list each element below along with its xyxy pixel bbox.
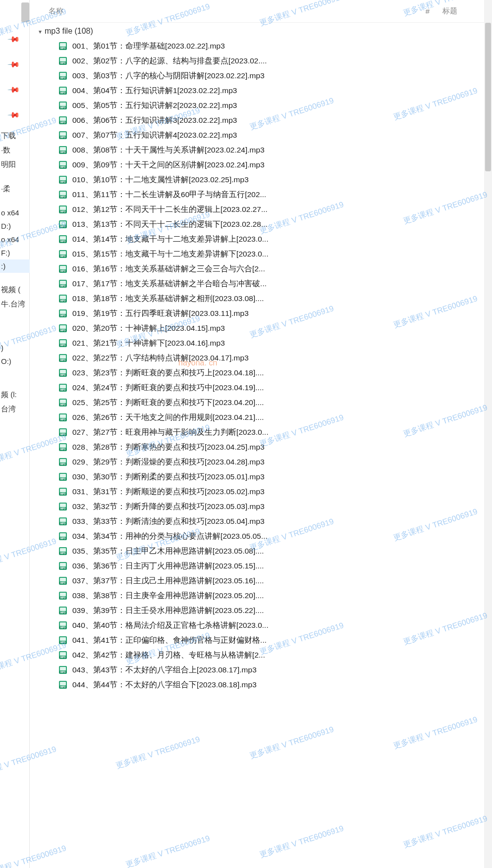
file-row[interactable]: MP3005、第05节：五行知识讲解2[2023.02.22].mp3 bbox=[30, 98, 492, 113]
file-row[interactable]: MP3041、第41节：正印偏印格、食神伤官格与正财偏财格... bbox=[30, 633, 492, 648]
col-title[interactable]: 标题 bbox=[442, 6, 482, 16]
svg-rect-113 bbox=[60, 459, 66, 462]
col-hash[interactable]: # bbox=[413, 7, 442, 15]
file-row[interactable]: MP3027、第27节：旺衰用神与藏干影响及生力判断[2023.0... bbox=[30, 425, 492, 440]
mp3-file-icon: MP3 bbox=[58, 264, 67, 273]
file-row[interactable]: MP3007、第07节：五行知识讲解4[2023.02.22].mp3 bbox=[30, 128, 492, 143]
svg-rect-145 bbox=[60, 578, 66, 581]
mp3-file-icon: MP3 bbox=[58, 651, 67, 660]
file-row[interactable]: MP3034、第34节：用神的分类与核心要点讲解[2023.05.05... bbox=[30, 529, 492, 544]
svg-text:MP3: MP3 bbox=[60, 641, 66, 644]
svg-rect-157 bbox=[60, 622, 66, 626]
mp3-file-icon: MP3 bbox=[58, 160, 67, 169]
svg-text:MP3: MP3 bbox=[60, 136, 66, 139]
file-row[interactable]: MP3030、第30节：判断刚柔的要点和技巧[2023.05.01].mp3 bbox=[30, 469, 492, 484]
svg-text:MP3: MP3 bbox=[60, 537, 66, 540]
file-row[interactable]: MP3002、第02节：八字的起源、结构与排盘要点[2023.02.... bbox=[30, 53, 492, 68]
svg-text:MP3: MP3 bbox=[60, 121, 66, 124]
file-row[interactable]: MP3036、第36节：日主丙丁火用神思路讲解[2023.05.15].... bbox=[30, 559, 492, 573]
sidebar-item[interactable]: D:) bbox=[0, 219, 30, 233]
sidebar-item[interactable]: ·柔 bbox=[0, 182, 30, 196]
file-name: 027、第27节：旺衰用神与藏干影响及生力判断[2023.0... bbox=[72, 427, 269, 438]
file-row[interactable]: MP3012、第12节：不同天干十二长生的逻辑上[2023.02.27... bbox=[30, 202, 492, 217]
file-row[interactable]: MP3003、第03节：八字的核心与阴阳讲解[2023.02.22].mp3 bbox=[30, 68, 492, 83]
file-name: 011、第11节：十二长生讲解及60甲子与纳音五行[202... bbox=[72, 190, 266, 200]
file-row[interactable]: MP3009、第09节：十天干之间的区别讲解[2023.02.24].mp3 bbox=[30, 157, 492, 172]
file-row[interactable]: MP3038、第38节：日主庚辛金用神思路讲解[2023.05.20].... bbox=[30, 588, 492, 603]
file-row[interactable]: MP3008、第08节：十天干属性与关系讲解[2023.02.24].mp3 bbox=[30, 143, 492, 157]
sidebar-item[interactable]: o x64 bbox=[0, 206, 30, 219]
vertical-scrollbar[interactable] bbox=[484, 0, 492, 868]
file-row[interactable]: MP3023、第23节：判断旺衰的要点和技巧上[2023.04.18].... bbox=[30, 365, 492, 380]
svg-text:MP3: MP3 bbox=[60, 418, 66, 421]
svg-rect-33 bbox=[60, 162, 66, 165]
file-row[interactable]: MP3016、第16节：地支关系基础讲解之三会三合与六合[2... bbox=[30, 261, 492, 276]
chevron-down-icon[interactable]: ▾ bbox=[39, 28, 42, 35]
file-row[interactable]: MP3044、第44节：不太好的八字组合下[2023.08.18].mp3 bbox=[30, 677, 492, 692]
file-row[interactable]: MP3037、第37节：日主戊己土用神思路讲解[2023.05.16].... bbox=[30, 573, 492, 588]
file-row[interactable]: MP3021、第21节：十神讲解下[2023.04.16].mp3 bbox=[30, 336, 492, 351]
sidebar-item[interactable]: ) bbox=[0, 341, 30, 355]
svg-text:MP3: MP3 bbox=[60, 656, 66, 659]
file-row[interactable]: MP3022、第22节：八字结构特点讲解[2023.04.17].mp3 bbox=[30, 351, 492, 365]
mp3-file-icon: MP3 bbox=[58, 190, 67, 199]
file-row[interactable]: MP3043、第43节：不太好的八字组合上[2023.08.17].mp3 bbox=[30, 663, 492, 677]
file-row[interactable]: MP3028、第28节：判断寒热的要点和技巧[2023.04.25].mp3 bbox=[30, 440, 492, 455]
file-row[interactable]: MP3039、第39节：日主壬癸水用神思路讲解[2023.05.22].... bbox=[30, 603, 492, 618]
folder-row[interactable]: ▾ mp3 file (108) bbox=[30, 25, 492, 39]
file-row[interactable]: MP3017、第17节：地支关系基础讲解之半合暗合与冲害破... bbox=[30, 276, 492, 291]
scrollbar-thumb[interactable] bbox=[485, 23, 491, 171]
file-row[interactable]: MP3020、第20节：十神讲解上[2023.04.15].mp3 bbox=[30, 321, 492, 336]
file-row[interactable]: MP3032、第32节：判断升降的要点和技巧[2023.05.03].mp3 bbox=[30, 499, 492, 514]
svg-text:MP3: MP3 bbox=[60, 299, 66, 302]
sidebar-item[interactable]: 牛.台湾 bbox=[0, 297, 30, 311]
file-row[interactable]: MP3018、第18节：地支关系基础讲解之相刑[2023.03.08].... bbox=[30, 291, 492, 306]
col-name[interactable]: 名称 bbox=[49, 6, 413, 16]
svg-rect-85 bbox=[60, 355, 66, 358]
sidebar-item[interactable]: 视频 ( bbox=[0, 283, 30, 297]
file-row[interactable]: MP3024、第24节：判断旺衰的要点和技巧中[2023.04.19].... bbox=[30, 380, 492, 395]
file-row[interactable]: MP3014、第14节：地支藏干与十二地支差异讲解上[2023.0... bbox=[30, 232, 492, 247]
file-row[interactable]: MP3019、第19节：五行四季旺衰讲解[2023.03.11].mp3 bbox=[30, 306, 492, 321]
file-row[interactable]: MP3015、第15节：地支藏干与十二地支差异讲解下[2023.0... bbox=[30, 247, 492, 261]
sidebar-item[interactable]: O:) bbox=[0, 355, 30, 368]
sidebar-item[interactable]: o x64 bbox=[0, 233, 30, 246]
file-row[interactable]: MP3033、第33节：判断清浊的要点和技巧[2023.05.04].mp3 bbox=[30, 514, 492, 529]
svg-text:MP3: MP3 bbox=[60, 611, 66, 614]
sidebar-item[interactable]: ·数 bbox=[0, 143, 30, 157]
svg-text:MP3: MP3 bbox=[60, 581, 66, 584]
sidebar-item[interactable]: 明阳 bbox=[0, 157, 30, 172]
file-row[interactable]: MP3010、第10节：十二地支属性讲解[2023.02.25].mp3 bbox=[30, 172, 492, 187]
file-row[interactable]: MP3029、第29节：判断湿燥的要点和技巧[2023.04.28].mp3 bbox=[30, 455, 492, 469]
sidebar-item[interactable]: 频 (l: bbox=[0, 388, 30, 402]
sidebar-item[interactable]: F:) bbox=[0, 246, 30, 259]
file-row[interactable]: MP3011、第11节：十二长生讲解及60甲子与纳音五行[202... bbox=[30, 187, 492, 202]
mp3-file-icon: MP3 bbox=[58, 324, 67, 333]
sidebar-item[interactable]: 下载 bbox=[0, 129, 30, 143]
sidebar-item[interactable]: 台湾 bbox=[0, 402, 30, 416]
file-row[interactable]: MP3004、第04节：五行知识讲解1[2023.02.22].mp3 bbox=[30, 83, 492, 98]
svg-rect-149 bbox=[60, 593, 66, 596]
file-name: 031、第31节：判断顺逆的要点和技巧[2023.05.02].mp3 bbox=[72, 487, 265, 497]
svg-text:MP3: MP3 bbox=[60, 596, 66, 599]
file-row[interactable]: MP3026、第26节：天干地支之间的作用规则[2023.04.21].... bbox=[30, 410, 492, 425]
svg-rect-13 bbox=[60, 88, 66, 91]
sidebar-item[interactable]: :) bbox=[0, 259, 30, 273]
svg-rect-117 bbox=[60, 474, 66, 477]
file-row[interactable]: MP3001、第01节：命理学基础[2023.02.22].mp3 bbox=[30, 39, 492, 53]
file-row[interactable]: MP3042、第42节：建禄格、月刃格、专旺格与从格讲解[2... bbox=[30, 648, 492, 663]
file-row[interactable]: MP3006、第06节：五行知识讲解3[2023.02.22].mp3 bbox=[30, 113, 492, 128]
mp3-file-icon: MP3 bbox=[58, 487, 67, 496]
file-name: 012、第12节：不同天干十二长生的逻辑上[2023.02.27... bbox=[72, 204, 268, 215]
mp3-file-icon: MP3 bbox=[58, 680, 67, 689]
mp3-file-icon: MP3 bbox=[58, 576, 67, 585]
sidebar-scrollbar-thumb[interactable] bbox=[21, 2, 29, 22]
file-row[interactable]: MP3025、第25节：判断旺衰的要点和技巧下[2023.04.20].... bbox=[30, 395, 492, 410]
file-row[interactable]: MP3013、第13节：不同天干十二长生的逻辑下[2023.02.28... bbox=[30, 217, 492, 232]
mp3-file-icon: MP3 bbox=[58, 532, 67, 541]
file-row[interactable]: MP3031、第31节：判断顺逆的要点和技巧[2023.05.02].mp3 bbox=[30, 484, 492, 499]
file-row[interactable]: MP3035、第35节：日主甲乙木用神思路讲解[2023.05.08].... bbox=[30, 544, 492, 559]
svg-text:MP3: MP3 bbox=[60, 492, 66, 495]
mp3-file-icon: MP3 bbox=[58, 398, 67, 407]
file-row[interactable]: MP3040、第40节：格局法介绍及正官格七杀格讲解[2023.0... bbox=[30, 618, 492, 633]
